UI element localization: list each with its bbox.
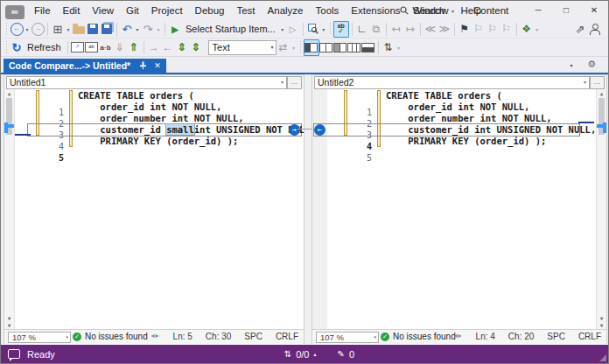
code-cleanup-button[interactable]: ❖: [520, 22, 534, 37]
right-eol-indicator[interactable]: CRLF: [578, 332, 601, 341]
start-without-debugging-button[interactable]: ▷: [286, 22, 300, 37]
scroll-up-icon[interactable]: ▲: [597, 90, 606, 97]
copy-to-right-button[interactable]: →: [147, 40, 161, 55]
code-cleanup-caret-icon[interactable]: ▾: [534, 26, 541, 32]
right-char-indicator[interactable]: Ch: 20: [508, 332, 534, 341]
right-zoom-combobox[interactable]: 107 % ▾: [316, 332, 379, 343]
code-line[interactable]: 1 CREATE TABLE orders (: [312, 90, 596, 102]
menu-file[interactable]: File: [28, 1, 57, 20]
startup-item-caret-icon[interactable]: ▾: [279, 26, 286, 32]
menu-git[interactable]: Git: [120, 1, 145, 20]
refresh-icon[interactable]: ↻: [10, 40, 24, 55]
minimize-button[interactable]: ─: [524, 1, 552, 20]
navigate-back-caret-icon[interactable]: ▾: [24, 26, 31, 32]
left-issues-label[interactable]: No issues found: [85, 332, 148, 341]
prev-difference-button[interactable]: ⇑: [127, 40, 141, 55]
send-feedback-button[interactable]: ⇗: [573, 22, 587, 37]
copy-format-button[interactable]: ⧉: [369, 22, 383, 37]
find-text-button[interactable]: ab: [85, 40, 99, 55]
clear-bookmarks-button[interactable]: ⚐: [500, 22, 514, 37]
right-line-indicator[interactable]: Ln: 4: [476, 332, 495, 341]
navigate-back-button[interactable]: ←: [10, 22, 24, 37]
layout-left-emphasis-button[interactable]: [333, 40, 347, 55]
layout-side-by-side-button[interactable]: [304, 39, 319, 56]
diff-navigation-icon[interactable]: ⇅: [284, 349, 291, 359]
toolbar-grip[interactable]: [6, 23, 7, 35]
code-line-diff[interactable]: 4 customer_id int UNSIGNED NOT NULL,: [312, 124, 596, 136]
scroll-down-icon[interactable]: ▼: [4, 322, 14, 329]
menu-view[interactable]: View: [86, 1, 120, 20]
right-file-combobox[interactable]: Untitled2 ▾: [314, 76, 590, 89]
fit-view-button[interactable]: ↗: [71, 40, 85, 55]
redo-button[interactable]: ↷: [141, 22, 155, 37]
refresh-button-label[interactable]: Refresh: [24, 42, 65, 52]
pending-edits-pencil-icon[interactable]: ✎: [337, 349, 344, 359]
new-project-caret-icon[interactable]: ▾: [65, 26, 72, 32]
menu-analyze[interactable]: Analyze: [262, 1, 310, 20]
ruler-button[interactable]: ∟: [355, 22, 369, 37]
code-line-diff[interactable]: 4 customer_id smallint UNSIGNED NOT NULL…: [4, 124, 290, 136]
next-difference-button[interactable]: ⇓: [113, 40, 127, 55]
find-caret-icon[interactable]: ▾: [320, 26, 327, 32]
right-code-editor[interactable]: 1 CREATE TABLE orders ( 2 order_id int N…: [312, 89, 606, 330]
left-char-indicator[interactable]: Ch: 30: [206, 332, 231, 341]
right-browse-button[interactable]: …: [590, 76, 605, 89]
menu-test[interactable]: Test: [230, 1, 261, 20]
undo-button[interactable]: ↶: [120, 22, 134, 37]
sync-scrolling-button[interactable]: ⇄: [276, 40, 290, 55]
code-line[interactable]: 5 PRIMARY KEY (order_id) );: [312, 136, 596, 147]
ignore-case-button[interactable]: a·b: [99, 40, 113, 55]
menu-tools[interactable]: Tools: [309, 1, 345, 20]
next-bookmark-button[interactable]: ⚐: [486, 22, 500, 37]
copy-to-left-merge-button[interactable]: ←: [314, 124, 326, 136]
left-browse-button[interactable]: …: [287, 76, 302, 89]
right-issues-label[interactable]: No issues found: [393, 332, 456, 341]
sync-scrolling-caret-icon[interactable]: ▾: [290, 45, 298, 51]
pane-nav-arrows-icon[interactable]: ◂▸: [151, 332, 160, 341]
code-line[interactable]: 5 PRIMARY KEY (order_id) );: [4, 136, 293, 147]
right-space-indicator[interactable]: SPC: [547, 332, 565, 341]
copy-to-left-button[interactable]: ←: [161, 40, 175, 55]
compare-mode-combobox[interactable]: Text ▾: [208, 40, 276, 55]
toggle-bookmark-button[interactable]: ⚑: [458, 22, 472, 37]
save-button[interactable]: [86, 22, 100, 37]
find-in-files-button[interactable]: [306, 22, 320, 37]
left-zoom-combobox[interactable]: 107 % ▾: [8, 332, 71, 343]
left-code-editor[interactable]: ▲ ▼ ▼ 1 CREATE TABLE orders ( 2: [4, 89, 304, 330]
scroll-down-icon[interactable]: ▼: [4, 315, 14, 322]
collapse-all-button[interactable]: ⇕: [189, 40, 203, 55]
diff-count[interactable]: 0/0: [296, 349, 309, 360]
tab-close-icon[interactable]: ✕: [154, 61, 161, 70]
menu-edit[interactable]: Edit: [57, 1, 87, 20]
left-space-indicator[interactable]: SPC: [244, 332, 262, 341]
shift-right-button[interactable]: ≫: [438, 22, 452, 37]
menu-debug[interactable]: Debug: [189, 1, 231, 20]
tab-list-caret-icon[interactable]: ▾: [568, 62, 575, 68]
toolbar-grip[interactable]: [300, 41, 301, 53]
startup-item-label[interactable]: Select Startup Item...: [182, 24, 279, 34]
layout-three-way-button[interactable]: [347, 40, 361, 55]
tab-code-compare[interactable]: Code Compare...-> Untitled* ✕: [4, 59, 166, 73]
copy-to-right-merge-button[interactable]: →: [289, 124, 300, 136]
navigate-forward-button[interactable]: →: [31, 22, 45, 37]
scroll-down-icon[interactable]: ▼: [597, 322, 606, 329]
left-file-combobox[interactable]: Untitled1 ▾: [6, 76, 287, 89]
code-line[interactable]: 2 order_id int NOT NULL,: [312, 102, 596, 113]
shift-left-button[interactable]: ≪: [424, 22, 438, 37]
save-all-button[interactable]: [100, 22, 114, 37]
menu-project[interactable]: Project: [145, 1, 189, 20]
open-file-button[interactable]: [72, 22, 86, 37]
account-button[interactable]: [587, 22, 601, 37]
navigate-prev-change-button[interactable]: ↤: [389, 22, 403, 37]
new-project-button[interactable]: ⊞: [51, 22, 65, 37]
left-line-indicator[interactable]: Ln: 5: [173, 332, 192, 341]
layout-horizontal-button[interactable]: [361, 40, 375, 55]
pin-icon[interactable]: [139, 61, 147, 70]
toolbar-grip[interactable]: [330, 23, 331, 35]
scroll-down-icon[interactable]: ▼: [597, 315, 606, 322]
undo-caret-icon[interactable]: ▾: [134, 26, 141, 32]
merge-caret-icon[interactable]: ▾: [396, 45, 402, 51]
pane-nav-arrows-icon[interactable]: ◂▸: [454, 332, 463, 341]
edit-count[interactable]: 0: [349, 349, 354, 360]
resize-grip[interactable]: [599, 354, 606, 361]
